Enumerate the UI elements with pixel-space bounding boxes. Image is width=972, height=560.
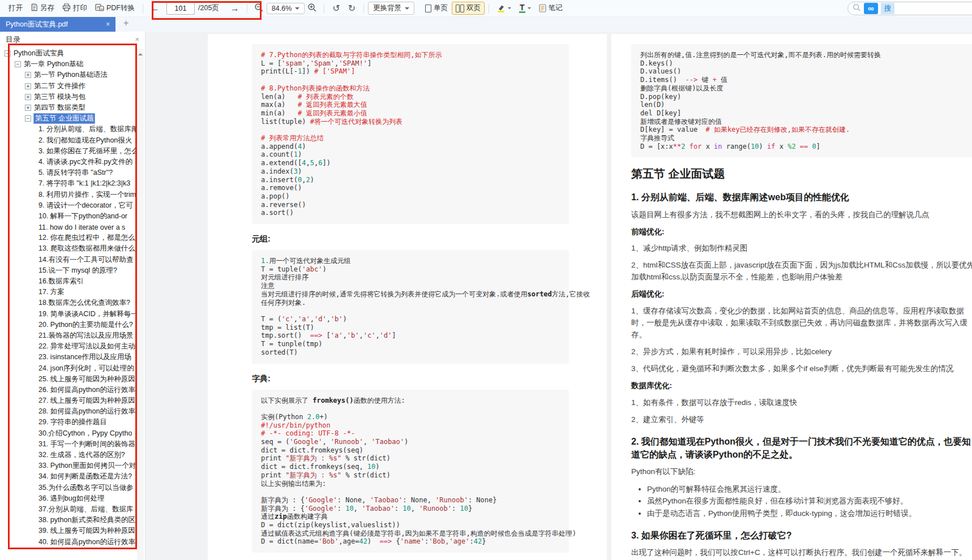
text-color-button[interactable]: T: [515, 2, 535, 15]
sidebar-scrollbar[interactable]: [137, 49, 144, 560]
collapse-icon[interactable]: −: [25, 115, 31, 122]
toc-item[interactable]: 40. 如何提高python的运行效率: [0, 536, 137, 547]
toc-item[interactable]: 7. 将字符串 "k:1 |k1:2|k2:3|k3: [0, 178, 137, 189]
toc-item[interactable]: 2. 我们都知道现在Python很火: [0, 135, 137, 146]
toc-item[interactable]: 9. 请设计一个decorator，它可: [0, 200, 137, 211]
toc-item[interactable]: 20. Python的主要功能是什么?: [0, 320, 137, 330]
toc-item[interactable]: +第三节 模块与包: [0, 92, 137, 102]
toc-item[interactable]: 32. 生成器，迭代器的区别?: [0, 450, 137, 460]
toc-item[interactable]: 12. 你在爬虫过程中，都是怎么: [0, 232, 137, 243]
undo-icon[interactable]: ↺: [328, 3, 344, 14]
prev-page-arrow-icon[interactable]: ←: [147, 3, 163, 14]
note-button[interactable]: 笔记: [535, 2, 567, 15]
collapse-icon[interactable]: −: [5, 50, 11, 57]
toc-item[interactable]: 14.有没有一个工具可以帮助查: [0, 255, 137, 265]
toc-item[interactable]: 3. 如果你困在了死循环里，怎么: [0, 146, 137, 157]
code-line: #!/usr/bin/python: [261, 421, 560, 430]
redo-icon[interactable]: ↻: [344, 3, 359, 14]
new-tab-button[interactable]: +: [123, 18, 129, 28]
sidebar-close-icon[interactable]: ×: [135, 35, 139, 44]
toc-item[interactable]: 39. 线上服务可能因为种种原因: [0, 525, 137, 536]
toc-item[interactable]: +第一节 Python基础语法: [0, 70, 137, 80]
expand-icon[interactable]: +: [25, 94, 31, 100]
toc-item[interactable]: 26. 如何提高python的运行效率: [0, 385, 137, 395]
code-line: D.keys(): [640, 59, 967, 68]
toc-item[interactable]: 23. isinstance作用以及应用场: [0, 352, 137, 363]
toc-item[interactable]: −第一章 Python基础: [0, 59, 137, 70]
expand-icon[interactable]: +: [25, 72, 31, 78]
single-page-mode-button[interactable]: 单页: [421, 2, 452, 15]
print-label: 打印: [73, 3, 87, 13]
toc-item[interactable]: 37.分别从前端、后端、数据库: [0, 504, 137, 515]
toc-item[interactable]: 27. 线上服务可能因为种种原因: [0, 395, 137, 406]
toc-item[interactable]: 5. 请反转字符串 "aStr"?: [0, 167, 137, 178]
page-text: 2、html和CSS放在页面上部，javascript放在页面下面，因为js加载…: [631, 260, 972, 283]
collapse-icon[interactable]: −: [15, 61, 21, 67]
toc-item-label: 第五节 企业面试题: [34, 114, 95, 123]
toc-item-label: 15.说一下 mysql 的原理?: [38, 266, 117, 275]
toc-item[interactable]: 18.数据库怎么优化查询效率?: [0, 298, 137, 308]
code-line: len(D): [640, 101, 967, 109]
infinity-logo-icon[interactable]: ∞: [864, 3, 878, 14]
toc-item-label: 12. 你在爬虫过程中，都是怎么: [38, 233, 135, 243]
toc-item[interactable]: 33. Python里面如何拷贝一个对: [0, 460, 137, 471]
toc-item[interactable]: 19. 简单谈谈ACID，并解释每一: [0, 309, 137, 320]
toc-item[interactable]: 8. 利用切片操作，实现一个trim: [0, 189, 137, 200]
toc-item[interactable]: 11. how do I iterate over a s: [0, 222, 137, 232]
toc-item[interactable]: 10. 解释一下python的and-or: [0, 211, 137, 222]
save-icon: [31, 3, 38, 13]
toc-item[interactable]: 4. 请谈谈.pyc文件和.py文件的: [0, 157, 137, 167]
code-line: 以上实例输出结果为:: [261, 480, 560, 488]
toc-item[interactable]: −Python面试宝典: [0, 48, 137, 59]
toc-item[interactable]: 36. 遇到bug如何处理: [0, 493, 137, 504]
toc-item[interactable]: 21.装饰器的写法以及应用场景: [0, 330, 137, 341]
toc-item[interactable]: 24. json序列化时，可以处理的: [0, 363, 137, 373]
double-page-mode-button[interactable]: 双页: [452, 2, 485, 15]
open-button[interactable]: 打开: [5, 2, 27, 15]
svg-text:w: w: [100, 7, 104, 11]
toc-item[interactable]: 1. 分别从前端、后端、数据库阐: [0, 124, 137, 135]
code-line: T = ('c','a','d','b'): [261, 315, 560, 324]
zoom-in-icon[interactable]: [305, 3, 320, 14]
toc-item[interactable]: 17. 方案: [0, 287, 137, 298]
save-as-button[interactable]: 另存: [27, 2, 58, 15]
toc-item-label: 34. 如何判断是函数还是方法?: [38, 472, 132, 481]
toc-item[interactable]: 30.介绍Cython，Pypy Cpytho: [0, 428, 137, 439]
toc-item[interactable]: 38. python新式类和经典类的区: [0, 515, 137, 525]
expand-icon[interactable]: +: [25, 105, 31, 111]
highlighter-button[interactable]: [493, 2, 515, 14]
tab-document[interactable]: Python面试宝典.pdf ×: [0, 17, 115, 32]
zoom-out-icon[interactable]: [251, 3, 267, 14]
expand-icon[interactable]: +: [25, 83, 31, 89]
toc-item[interactable]: 16.数据库索引: [0, 276, 137, 287]
page-number-input[interactable]: [166, 2, 195, 15]
toc-item[interactable]: 13. 爬取这些数据都用来做什么: [0, 243, 137, 254]
toc-item[interactable]: 28. 如何提高python的运行效率: [0, 406, 137, 417]
print-button[interactable]: 打印: [58, 2, 91, 15]
toc-item-label: 2. 我们都知道现在Python很火: [38, 136, 132, 145]
search-box[interactable]: ∞ 搜: [847, 2, 972, 15]
toc-item[interactable]: 31. 手写一个判断时间的装饰器: [0, 439, 137, 450]
zoom-level-select[interactable]: 84.6%: [267, 3, 305, 14]
change-background-button[interactable]: 更换背景: [368, 2, 414, 15]
svg-text:P: P: [97, 6, 100, 10]
tab-close-icon[interactable]: ×: [106, 20, 110, 28]
pdf-convert-button[interactable]: Pw PDF转换: [91, 2, 139, 15]
next-page-arrow-icon[interactable]: →: [227, 3, 243, 14]
toc-item[interactable]: −第五节 企业面试题: [0, 113, 137, 124]
toc-item[interactable]: 35.为什么函数名字可以当做参: [0, 483, 137, 493]
toc-item[interactable]: 22. 异常处理写法以及如何主动: [0, 341, 137, 352]
toc-item[interactable]: 34. 如何判断是函数还是方法?: [0, 471, 137, 482]
scroll-up-icon[interactable]: [138, 51, 143, 55]
code-line: print "新字典为 : %s" % str(dict): [261, 454, 560, 463]
toc-item[interactable]: 29. 字符串的操作题目: [0, 417, 137, 428]
toc-item[interactable]: 15.说一下 mysql 的原理?: [0, 265, 137, 276]
code-line: print "新字典为 : %s" % str(dict): [261, 471, 560, 480]
toc-item[interactable]: +第四节 数据类型: [0, 102, 137, 113]
code-line: # 7.Python的列表的截取与字符串操作类型相同,如下所示: [261, 51, 560, 59]
toc-item-label: 32. 生成器，迭代器的区别?: [38, 450, 125, 460]
document-view[interactable]: # 7.Python的列表的截取与字符串操作类型相同,如下所示L = ['spa…: [145, 32, 972, 560]
text-tool-icon: T: [519, 4, 525, 13]
toc-item[interactable]: 25. 线上服务可能因为种种原因: [0, 374, 137, 385]
toc-item[interactable]: +第二节 文件操作: [0, 81, 137, 92]
